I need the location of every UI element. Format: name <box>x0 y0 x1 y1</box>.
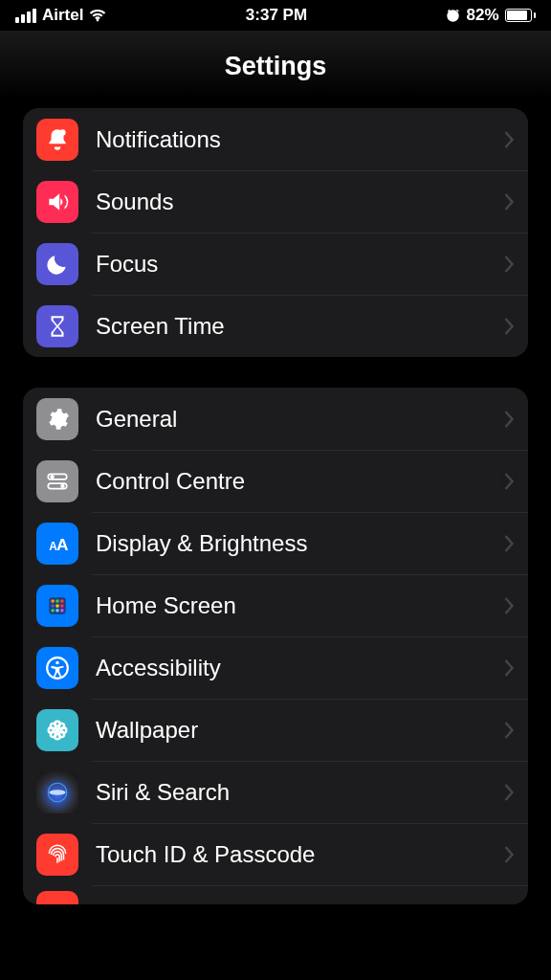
row-label: Accessibility <box>78 655 504 681</box>
row-notifications[interactable]: Notifications <box>23 108 528 170</box>
svg-rect-11 <box>52 604 55 607</box>
accessibility-icon <box>36 647 78 689</box>
svg-point-0 <box>59 129 65 136</box>
svg-point-29 <box>49 790 65 794</box>
svg-point-24 <box>51 723 56 728</box>
svg-rect-12 <box>55 604 58 607</box>
row-touch-id[interactable]: Touch ID & Passcode <box>23 823 528 885</box>
chevron-right-icon <box>504 256 515 273</box>
chevron-right-icon <box>504 535 515 552</box>
row-label: Display & Brightness <box>78 530 504 557</box>
carrier-label: Airtel <box>42 6 83 25</box>
hourglass-icon <box>36 305 78 347</box>
row-sounds[interactable]: Sounds <box>23 170 528 233</box>
svg-point-26 <box>51 731 56 737</box>
svg-rect-8 <box>52 599 55 602</box>
settings-screen: Airtel 3:37 PM 82% Settings <box>0 0 551 980</box>
chevron-right-icon <box>504 659 515 677</box>
chevron-right-icon <box>504 722 515 739</box>
row-focus[interactable]: Focus <box>23 233 528 295</box>
chevron-right-icon <box>504 473 515 490</box>
svg-rect-15 <box>55 609 58 612</box>
row-label: Control Centre <box>78 468 504 495</box>
svg-rect-14 <box>52 609 55 612</box>
row-wallpaper[interactable]: Wallpaper <box>23 699 528 761</box>
alarm-icon <box>446 9 460 23</box>
grid-icon <box>36 585 78 627</box>
row-general[interactable]: General <box>23 388 528 450</box>
svg-point-4 <box>60 483 64 487</box>
svg-rect-9 <box>55 599 58 602</box>
chevron-right-icon <box>504 131 515 148</box>
status-right: 82% <box>446 6 536 25</box>
battery-pct: 82% <box>466 6 498 25</box>
status-left: Airtel <box>15 6 106 25</box>
signal-icon <box>15 9 36 23</box>
row-label: Touch ID & Passcode <box>78 841 504 868</box>
row-partial[interactable] <box>23 885 528 904</box>
sos-icon <box>36 891 78 904</box>
chevron-right-icon <box>504 784 515 801</box>
row-label: Notifications <box>78 126 504 153</box>
gear-icon <box>36 398 78 440</box>
settings-group-general: General Control Centre AA Display & Brig… <box>23 388 528 904</box>
row-accessibility[interactable]: Accessibility <box>23 636 528 699</box>
page-title: Settings <box>0 31 551 99</box>
chevron-right-icon <box>504 411 515 428</box>
row-screen-time[interactable]: Screen Time <box>23 295 528 357</box>
status-bar: Airtel 3:37 PM 82% <box>0 0 551 31</box>
bell-icon <box>36 119 78 161</box>
settings-group-notifications: Notifications Sounds Focus <box>23 108 528 357</box>
row-label: Focus <box>78 251 504 278</box>
settings-list[interactable]: Notifications Sounds Focus <box>0 99 551 980</box>
row-label: Screen Time <box>78 313 504 340</box>
toggles-icon <box>36 460 78 502</box>
chevron-right-icon <box>504 846 515 863</box>
svg-rect-13 <box>60 604 63 607</box>
row-siri-search[interactable]: Siri & Search <box>23 761 528 823</box>
siri-icon <box>36 771 78 813</box>
chevron-right-icon <box>504 597 515 614</box>
svg-rect-10 <box>60 599 63 602</box>
svg-rect-16 <box>60 609 63 612</box>
row-label: Sounds <box>78 189 504 215</box>
row-display-brightness[interactable]: AA Display & Brightness <box>23 512 528 574</box>
moon-icon <box>36 243 78 285</box>
row-label: Siri & Search <box>78 779 504 806</box>
battery-icon <box>505 9 537 22</box>
svg-text:A: A <box>56 534 69 553</box>
wifi-icon <box>89 7 106 24</box>
row-label: Home Screen <box>78 592 504 619</box>
text-size-icon: AA <box>36 523 78 565</box>
speaker-icon <box>36 181 78 223</box>
clock: 3:37 PM <box>246 6 307 25</box>
chevron-right-icon <box>504 193 515 211</box>
row-label: Wallpaper <box>78 717 504 744</box>
svg-point-25 <box>59 723 65 728</box>
row-home-screen[interactable]: Home Screen <box>23 574 528 636</box>
fingerprint-icon <box>36 834 78 876</box>
svg-point-2 <box>50 474 54 478</box>
svg-point-27 <box>59 731 65 737</box>
row-control-centre[interactable]: Control Centre <box>23 450 528 512</box>
flower-icon <box>36 709 78 751</box>
svg-point-18 <box>55 660 58 663</box>
chevron-right-icon <box>504 318 515 335</box>
row-label: General <box>78 406 504 433</box>
